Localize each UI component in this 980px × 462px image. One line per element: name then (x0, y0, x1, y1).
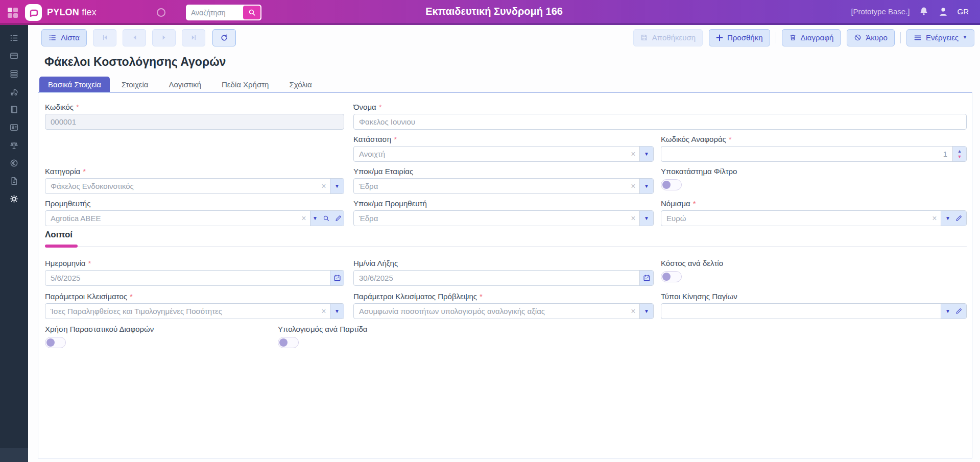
stack-icon[interactable] (7, 66, 22, 81)
next-record-button[interactable] (152, 29, 176, 46)
toolbar-separator (776, 32, 776, 43)
ypokma-etairias-value[interactable]: Έδρα (354, 182, 627, 190)
field-imnia-liksis: Ημ/νία Λήξης (353, 259, 654, 286)
katastasi-value[interactable]: Ανοιχτή (354, 150, 627, 158)
field-label: Παράμετροι Κλεισίματος Πρόβλεψης (353, 292, 477, 301)
logistics-icon[interactable] (7, 84, 22, 99)
actions-button[interactable]: Ενέργειες ▼ (906, 29, 974, 46)
modules-icon[interactable] (7, 31, 22, 45)
previous-record-button[interactable] (123, 29, 146, 46)
field-label: Ημερομηνία (45, 259, 86, 268)
search-button[interactable] (243, 6, 260, 19)
environment-title: Εκπαιδευτική Συνδρομή 166 (425, 0, 563, 23)
sidebar-collapse[interactable] (0, 448, 28, 462)
field-katastasi: Κατάσταση* Ανοιχτή × ▼ (353, 135, 654, 162)
nomisma-value[interactable]: Ευρώ (661, 214, 928, 223)
save-icon (640, 34, 648, 41)
documents-icon[interactable] (7, 174, 22, 188)
user-avatar-icon[interactable] (938, 6, 949, 17)
tab-comments[interactable]: Σχόλια (280, 77, 320, 92)
add-button[interactable]: Προσθήκη (709, 29, 770, 46)
tab-items[interactable]: Στοιχεία (113, 77, 157, 92)
dropdown-button[interactable]: ▼ (330, 303, 344, 319)
field-imerominia: Ημερομηνία* (45, 259, 344, 286)
delete-button[interactable]: Διαγραφή (782, 29, 841, 46)
scales-icon[interactable] (7, 138, 22, 152)
field-xrisi-parastatikou: Χρήση Παραστατικού Διαφορών (45, 325, 154, 348)
number-spinner[interactable]: ▲▼ (952, 146, 966, 162)
field-ypokma-promitheuti: Υποκ/μα Προμηθευτή Έδρα × ▼ (353, 199, 654, 226)
dropdown-button[interactable]: ▼ (639, 303, 653, 319)
katigoria-value[interactable]: Φάκελος Ενδοκοινοτικός (45, 182, 318, 190)
spinner-down-icon[interactable]: ▼ (958, 155, 962, 159)
chevron-down-icon[interactable]: ▼ (945, 309, 950, 313)
chevron-down-icon[interactable]: ▼ (945, 216, 950, 221)
clear-icon[interactable]: × (298, 214, 310, 223)
field-ypokatastima-filtro: Υποκατάστημα Φίλτρο (661, 167, 967, 190)
finance-icon[interactable] (7, 156, 22, 170)
ypologismos-partida-toggle[interactable] (278, 337, 299, 348)
search-input[interactable] (187, 9, 243, 17)
first-record-button[interactable] (93, 29, 116, 46)
edit-pencil-icon[interactable] (955, 308, 962, 314)
field-label: Νόμισμα (661, 199, 690, 208)
edit-pencil-icon[interactable] (955, 215, 962, 222)
chevron-down-icon[interactable]: ▼ (313, 216, 318, 221)
dropdown-button[interactable]: ▼ (639, 210, 653, 226)
dropdown-button[interactable]: ▼ (330, 178, 344, 194)
field-ypologismos-partida: Υπολογισμός ανά Παρτίδα (278, 325, 367, 348)
ypokma-promitheuti-value[interactable]: Έδρα (354, 214, 627, 223)
app-grid-icon[interactable] (8, 8, 18, 18)
delete-button-label: Διαγραφή (801, 33, 834, 42)
onoma-input[interactable] (354, 117, 966, 126)
param-provlepsis-value[interactable]: Ασυμφωνία ποσοτήτων υπολογισμός αναλογικ… (354, 307, 627, 315)
ledger-icon[interactable] (7, 102, 22, 116)
brand-text: PYLON flex (47, 7, 97, 18)
section-divider (45, 246, 967, 247)
notifications-bell-icon[interactable] (919, 6, 929, 17)
refresh-button[interactable] (212, 29, 236, 46)
kodikos-input[interactable] (45, 117, 344, 126)
tab-user-fields[interactable]: Πεδία Χρήστη (213, 77, 277, 92)
topbar: PYLON flex Εκπαιδευτική Συνδρομή 166 [Pr… (0, 0, 980, 25)
kostos-ana-deltio-toggle[interactable] (661, 271, 682, 282)
calendar-button[interactable] (639, 270, 653, 286)
chevron-down-icon: ▼ (644, 309, 649, 313)
dropdown-button[interactable]: ▼ (639, 146, 653, 162)
search-icon (248, 9, 256, 16)
tab-basic-info[interactable]: Βασικά Στοιχεία (39, 77, 110, 92)
status-ring-icon[interactable] (157, 8, 165, 17)
kodikos-anaforas-input[interactable] (661, 150, 952, 158)
field-nomisma: Νόμισμα* Ευρώ × ▼ (661, 199, 967, 226)
clear-icon[interactable]: × (627, 150, 639, 159)
spinner-up-icon[interactable]: ▲ (958, 149, 962, 153)
cancel-button[interactable]: Άκυρο (847, 29, 895, 46)
calendar-button[interactable] (330, 270, 344, 286)
promitheutis-value[interactable]: Agrotica ABEE (45, 214, 298, 223)
main-area: Λίστα Αποθήκευση (28, 25, 980, 462)
dropdown-button[interactable]: ▼ (639, 178, 653, 194)
clear-icon[interactable]: × (318, 307, 330, 316)
clear-icon[interactable]: × (318, 182, 330, 191)
save-button[interactable]: Αποθήκευση (633, 29, 703, 46)
search-lookup-icon[interactable] (323, 215, 330, 222)
pylon-logo[interactable] (25, 4, 42, 21)
clear-icon[interactable]: × (627, 307, 639, 316)
imnia-liksis-input[interactable] (354, 274, 639, 282)
imerominia-input[interactable] (45, 274, 330, 282)
clear-icon[interactable]: × (627, 214, 639, 223)
contacts-icon[interactable] (7, 120, 22, 134)
required-marker: * (379, 103, 382, 111)
param-kleisimatos-value[interactable]: Ίσες Παραληφθείσες και Τιμολογημένες Ποσ… (45, 307, 318, 315)
settings-gear-icon[interactable] (7, 191, 22, 206)
clear-icon[interactable]: × (928, 214, 941, 223)
card-icon[interactable] (7, 48, 22, 63)
tab-accounting[interactable]: Λογιστική (160, 77, 210, 92)
clear-icon[interactable]: × (627, 182, 639, 191)
list-button[interactable]: Λίστα (41, 29, 87, 46)
xrisi-parastatikou-toggle[interactable] (45, 337, 66, 348)
edit-pencil-icon[interactable] (335, 215, 342, 222)
last-record-button[interactable] (182, 29, 205, 46)
language-selector[interactable]: GR (958, 7, 969, 16)
ypokatastima-filtro-toggle[interactable] (661, 179, 682, 190)
